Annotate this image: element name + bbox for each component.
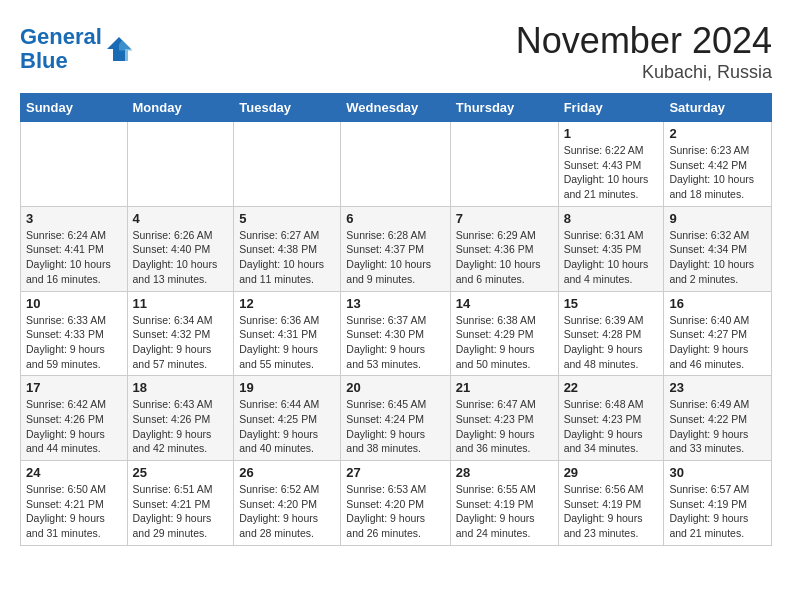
- calendar-table: SundayMondayTuesdayWednesdayThursdayFrid…: [20, 93, 772, 546]
- weekday-header-saturday: Saturday: [664, 94, 772, 122]
- day-number: 1: [564, 126, 659, 141]
- calendar-cell: 11Sunrise: 6:34 AM Sunset: 4:32 PM Dayli…: [127, 291, 234, 376]
- day-number: 12: [239, 296, 335, 311]
- day-detail: Sunrise: 6:27 AM Sunset: 4:38 PM Dayligh…: [239, 228, 335, 287]
- day-number: 13: [346, 296, 444, 311]
- day-number: 8: [564, 211, 659, 226]
- day-detail: Sunrise: 6:28 AM Sunset: 4:37 PM Dayligh…: [346, 228, 444, 287]
- weekday-header-wednesday: Wednesday: [341, 94, 450, 122]
- day-detail: Sunrise: 6:43 AM Sunset: 4:26 PM Dayligh…: [133, 397, 229, 456]
- day-number: 2: [669, 126, 766, 141]
- day-detail: Sunrise: 6:47 AM Sunset: 4:23 PM Dayligh…: [456, 397, 553, 456]
- day-detail: Sunrise: 6:39 AM Sunset: 4:28 PM Dayligh…: [564, 313, 659, 372]
- day-number: 19: [239, 380, 335, 395]
- day-number: 7: [456, 211, 553, 226]
- location-title: Kubachi, Russia: [516, 62, 772, 83]
- day-detail: Sunrise: 6:44 AM Sunset: 4:25 PM Dayligh…: [239, 397, 335, 456]
- calendar-cell: [450, 122, 558, 207]
- day-number: 16: [669, 296, 766, 311]
- day-number: 3: [26, 211, 122, 226]
- week-row-2: 3Sunrise: 6:24 AM Sunset: 4:41 PM Daylig…: [21, 206, 772, 291]
- week-row-4: 17Sunrise: 6:42 AM Sunset: 4:26 PM Dayli…: [21, 376, 772, 461]
- day-number: 26: [239, 465, 335, 480]
- day-detail: Sunrise: 6:31 AM Sunset: 4:35 PM Dayligh…: [564, 228, 659, 287]
- day-number: 5: [239, 211, 335, 226]
- day-detail: Sunrise: 6:33 AM Sunset: 4:33 PM Dayligh…: [26, 313, 122, 372]
- day-detail: Sunrise: 6:32 AM Sunset: 4:34 PM Dayligh…: [669, 228, 766, 287]
- calendar-cell: 27Sunrise: 6:53 AM Sunset: 4:20 PM Dayli…: [341, 461, 450, 546]
- weekday-header-thursday: Thursday: [450, 94, 558, 122]
- logo-icon: [104, 34, 134, 64]
- day-detail: Sunrise: 6:26 AM Sunset: 4:40 PM Dayligh…: [133, 228, 229, 287]
- day-number: 21: [456, 380, 553, 395]
- day-number: 20: [346, 380, 444, 395]
- calendar-cell: 6Sunrise: 6:28 AM Sunset: 4:37 PM Daylig…: [341, 206, 450, 291]
- day-number: 4: [133, 211, 229, 226]
- calendar-cell: 19Sunrise: 6:44 AM Sunset: 4:25 PM Dayli…: [234, 376, 341, 461]
- weekday-header-row: SundayMondayTuesdayWednesdayThursdayFrid…: [21, 94, 772, 122]
- day-detail: Sunrise: 6:48 AM Sunset: 4:23 PM Dayligh…: [564, 397, 659, 456]
- weekday-header-tuesday: Tuesday: [234, 94, 341, 122]
- day-detail: Sunrise: 6:23 AM Sunset: 4:42 PM Dayligh…: [669, 143, 766, 202]
- calendar-cell: 7Sunrise: 6:29 AM Sunset: 4:36 PM Daylig…: [450, 206, 558, 291]
- day-number: 24: [26, 465, 122, 480]
- month-title: November 2024: [516, 20, 772, 62]
- calendar-cell: [341, 122, 450, 207]
- day-detail: Sunrise: 6:49 AM Sunset: 4:22 PM Dayligh…: [669, 397, 766, 456]
- calendar-cell: 21Sunrise: 6:47 AM Sunset: 4:23 PM Dayli…: [450, 376, 558, 461]
- weekday-header-sunday: Sunday: [21, 94, 128, 122]
- calendar-cell: 17Sunrise: 6:42 AM Sunset: 4:26 PM Dayli…: [21, 376, 128, 461]
- logo-text: GeneralBlue: [20, 25, 102, 73]
- week-row-5: 24Sunrise: 6:50 AM Sunset: 4:21 PM Dayli…: [21, 461, 772, 546]
- logo: GeneralBlue: [20, 25, 134, 73]
- day-detail: Sunrise: 6:38 AM Sunset: 4:29 PM Dayligh…: [456, 313, 553, 372]
- calendar-cell: [234, 122, 341, 207]
- calendar-cell: [21, 122, 128, 207]
- calendar-cell: 30Sunrise: 6:57 AM Sunset: 4:19 PM Dayli…: [664, 461, 772, 546]
- day-number: 30: [669, 465, 766, 480]
- calendar-cell: 3Sunrise: 6:24 AM Sunset: 4:41 PM Daylig…: [21, 206, 128, 291]
- day-number: 14: [456, 296, 553, 311]
- day-number: 29: [564, 465, 659, 480]
- day-detail: Sunrise: 6:40 AM Sunset: 4:27 PM Dayligh…: [669, 313, 766, 372]
- day-number: 10: [26, 296, 122, 311]
- day-number: 18: [133, 380, 229, 395]
- calendar-cell: 9Sunrise: 6:32 AM Sunset: 4:34 PM Daylig…: [664, 206, 772, 291]
- calendar-cell: [127, 122, 234, 207]
- calendar-cell: 1Sunrise: 6:22 AM Sunset: 4:43 PM Daylig…: [558, 122, 664, 207]
- calendar-cell: 5Sunrise: 6:27 AM Sunset: 4:38 PM Daylig…: [234, 206, 341, 291]
- day-number: 9: [669, 211, 766, 226]
- day-detail: Sunrise: 6:51 AM Sunset: 4:21 PM Dayligh…: [133, 482, 229, 541]
- day-detail: Sunrise: 6:34 AM Sunset: 4:32 PM Dayligh…: [133, 313, 229, 372]
- day-number: 11: [133, 296, 229, 311]
- calendar-cell: 24Sunrise: 6:50 AM Sunset: 4:21 PM Dayli…: [21, 461, 128, 546]
- calendar-cell: 4Sunrise: 6:26 AM Sunset: 4:40 PM Daylig…: [127, 206, 234, 291]
- weekday-header-friday: Friday: [558, 94, 664, 122]
- day-number: 28: [456, 465, 553, 480]
- calendar-cell: 25Sunrise: 6:51 AM Sunset: 4:21 PM Dayli…: [127, 461, 234, 546]
- day-number: 22: [564, 380, 659, 395]
- day-detail: Sunrise: 6:36 AM Sunset: 4:31 PM Dayligh…: [239, 313, 335, 372]
- calendar-cell: 8Sunrise: 6:31 AM Sunset: 4:35 PM Daylig…: [558, 206, 664, 291]
- day-number: 27: [346, 465, 444, 480]
- week-row-3: 10Sunrise: 6:33 AM Sunset: 4:33 PM Dayli…: [21, 291, 772, 376]
- day-number: 15: [564, 296, 659, 311]
- calendar-cell: 16Sunrise: 6:40 AM Sunset: 4:27 PM Dayli…: [664, 291, 772, 376]
- day-number: 23: [669, 380, 766, 395]
- day-detail: Sunrise: 6:45 AM Sunset: 4:24 PM Dayligh…: [346, 397, 444, 456]
- calendar-cell: 26Sunrise: 6:52 AM Sunset: 4:20 PM Dayli…: [234, 461, 341, 546]
- day-detail: Sunrise: 6:42 AM Sunset: 4:26 PM Dayligh…: [26, 397, 122, 456]
- calendar-cell: 18Sunrise: 6:43 AM Sunset: 4:26 PM Dayli…: [127, 376, 234, 461]
- day-number: 17: [26, 380, 122, 395]
- header: GeneralBlue November 2024 Kubachi, Russi…: [20, 20, 772, 83]
- calendar-cell: 22Sunrise: 6:48 AM Sunset: 4:23 PM Dayli…: [558, 376, 664, 461]
- title-section: November 2024 Kubachi, Russia: [516, 20, 772, 83]
- calendar-cell: 23Sunrise: 6:49 AM Sunset: 4:22 PM Dayli…: [664, 376, 772, 461]
- day-detail: Sunrise: 6:53 AM Sunset: 4:20 PM Dayligh…: [346, 482, 444, 541]
- day-detail: Sunrise: 6:22 AM Sunset: 4:43 PM Dayligh…: [564, 143, 659, 202]
- week-row-1: 1Sunrise: 6:22 AM Sunset: 4:43 PM Daylig…: [21, 122, 772, 207]
- calendar-cell: 29Sunrise: 6:56 AM Sunset: 4:19 PM Dayli…: [558, 461, 664, 546]
- weekday-header-monday: Monday: [127, 94, 234, 122]
- calendar-cell: 12Sunrise: 6:36 AM Sunset: 4:31 PM Dayli…: [234, 291, 341, 376]
- day-detail: Sunrise: 6:56 AM Sunset: 4:19 PM Dayligh…: [564, 482, 659, 541]
